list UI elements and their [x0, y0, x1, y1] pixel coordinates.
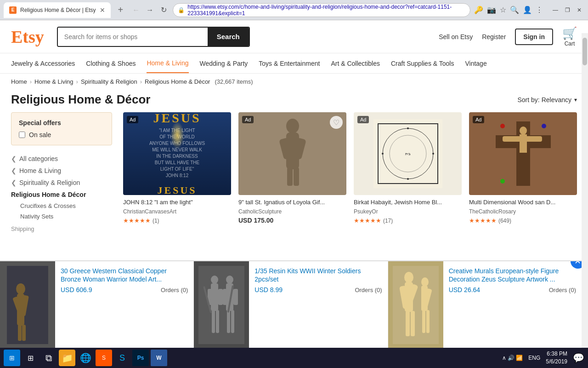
browser-tab[interactable]: E Religious Home & Décor | Etsy ✕: [4, 2, 111, 18]
breadcrumb-religious[interactable]: Religious Home & Décor: [145, 78, 210, 85]
register-link[interactable]: Register: [482, 33, 506, 40]
sidebar-home-living[interactable]: ❮ Home & Living: [11, 165, 112, 177]
cat-nav-clothing[interactable]: Clothing & Shoes: [86, 54, 136, 73]
lock-icon: 🔒: [178, 7, 185, 13]
cat-nav-vintage[interactable]: Vintage: [465, 54, 486, 73]
product-card-4[interactable]: Ad: [469, 112, 577, 224]
svg-rect-53: [411, 311, 415, 336]
special-offers-title: Special offers: [19, 119, 104, 126]
bottom-orders-1: Orders (0): [161, 287, 188, 293]
browser-actions: 🔑 📷 ☆ 🔍 👤 ⋮: [474, 6, 543, 14]
product-stars-1: ★★★★★ (1): [123, 217, 231, 224]
forward-button[interactable]: →: [144, 5, 155, 16]
sort-label: Sort by: Relevancy: [518, 96, 572, 104]
etsy-favicon: E: [9, 6, 17, 14]
tab-title: Religious Home & Décor | Etsy: [20, 7, 96, 13]
screenshot-icon[interactable]: 📷: [487, 6, 496, 14]
chevron-left-icon-3: ❮: [11, 179, 17, 186]
bottom-price-3: USD 26.64: [449, 286, 480, 293]
product-grid: Ad JESUS "I AM THE LIGHTOF THE WORLDANYO…: [123, 112, 577, 234]
search-input[interactable]: [58, 28, 208, 46]
taskbar-explorer-icon[interactable]: 📁: [59, 350, 75, 366]
on-sale-checkbox[interactable]: [19, 132, 25, 138]
sidebar-all-categories[interactable]: ❮ All categories: [11, 153, 112, 165]
breadcrumb-sep-2: ›: [76, 78, 78, 85]
key-icon[interactable]: 🔑: [474, 6, 483, 14]
new-tab-button[interactable]: +: [114, 3, 127, 17]
svg-rect-52: [406, 311, 410, 336]
profile-icon[interactable]: 👤: [523, 6, 532, 14]
close-button[interactable]: ✕: [574, 5, 584, 15]
menu-icon[interactable]: ⋮: [536, 6, 543, 14]
product-shop-3: PsukeyOr: [354, 208, 462, 215]
breadcrumb-homeliving[interactable]: Home & Living: [34, 78, 74, 85]
bottom-title-3[interactable]: Creative Murals European-style Figure De…: [449, 267, 576, 283]
product-title-1: JOHN 8:12 "I am the light": [123, 199, 231, 207]
bottom-price-row-1: USD 606.9 Orders (0): [61, 286, 188, 293]
product-title-3: Birkat Habayit, Jewish Home Bl...: [354, 199, 462, 207]
svg-rect-25: [7, 266, 48, 344]
notification-center-button[interactable]: 💬: [573, 352, 584, 363]
taskbar-ps-icon[interactable]: Ps: [132, 350, 149, 366]
product-shop-2: CatholicSculpture: [238, 208, 346, 215]
taskbar-word-icon[interactable]: W: [151, 350, 167, 366]
taskbar-skype-icon[interactable]: S: [114, 350, 130, 366]
browser-chrome: E Religious Home & Décor | Etsy ✕ + ← → …: [0, 0, 588, 20]
bottom-product-2: 1/35 Resin Kits WWII Winter Soldiers 2pc…: [194, 261, 388, 348]
maximize-button[interactable]: ❐: [562, 5, 572, 15]
svg-rect-30: [18, 325, 22, 341]
cat-nav-toys[interactable]: Toys & Entertainment: [259, 54, 320, 73]
breadcrumb-home[interactable]: Home: [11, 78, 27, 85]
cat-nav-homeliving[interactable]: Home & Living: [147, 54, 188, 73]
svg-rect-47: [393, 266, 439, 344]
svg-point-13: [382, 153, 384, 155]
nav-right: Sell on Etsy Register Sign in 🛒 Cart: [439, 26, 577, 47]
product-card-2[interactable]: Ad ♡ 9" tall St. Ignatius of Loyola Gif.…: [238, 112, 346, 224]
sign-in-button[interactable]: Sign in: [515, 29, 553, 45]
search-icon[interactable]: 🔍: [510, 6, 519, 14]
sidebar-religious-decor: Religious Home & Décor: [11, 189, 112, 201]
svg-point-11: [407, 127, 409, 129]
product-card-3[interactable]: Ad בית: [354, 112, 462, 224]
etsy-logo[interactable]: Etsy: [11, 27, 44, 47]
scrollbar[interactable]: [582, 33, 588, 348]
taskbar-search-icon[interactable]: ⊞: [22, 350, 39, 366]
cart-button[interactable]: 🛒 Cart: [562, 26, 577, 47]
tab-close-btn[interactable]: ✕: [100, 6, 105, 14]
cat-nav-craft[interactable]: Craft Supplies & Tools: [391, 54, 454, 73]
refresh-button[interactable]: ↻: [158, 5, 169, 16]
scrollbar-thumb[interactable]: [582, 38, 587, 65]
start-button[interactable]: ⊞: [4, 350, 20, 366]
svg-rect-37: [212, 310, 215, 333]
cat-nav-art[interactable]: Art & Collectibles: [331, 54, 380, 73]
sell-on-etsy-link[interactable]: Sell on Etsy: [439, 33, 473, 40]
taskbar: ⊞ ⊞ ⧉ 📁 🌐 S S Ps W ∧ 🔊 📶 ENG 6:38 PM 5/6…: [0, 348, 588, 368]
back-button[interactable]: ←: [130, 5, 141, 16]
cat-nav-wedding[interactable]: Wedding & Party: [200, 54, 248, 73]
svg-point-48: [404, 272, 413, 283]
bottom-title-2[interactable]: 1/35 Resin Kits WWII Winter Soldiers 2pc…: [254, 267, 382, 283]
jewish-svg: בית: [373, 119, 442, 188]
wishlist-button-2[interactable]: ♡: [330, 116, 343, 129]
minimize-button[interactable]: —: [550, 5, 560, 15]
breadcrumb-spirituality[interactable]: Spirituality & Religion: [81, 78, 137, 85]
taskbar-chrome-icon[interactable]: 🌐: [77, 350, 94, 366]
sidebar-spirituality[interactable]: ❮ Spirituality & Religion: [11, 177, 112, 189]
bottom-title-1[interactable]: 30 Greece Western Classical Copper Bronz…: [61, 267, 188, 283]
bottom-overlay: 30 Greece Western Classical Copper Bronz…: [0, 260, 582, 348]
products-row: Ad JESUS "I AM THE LIGHTOF THE WORLDANYO…: [123, 112, 577, 224]
cat-nav-jewelry[interactable]: Jewelry & Accessories: [11, 54, 75, 73]
sort-control[interactable]: Sort by: Relevancy ▾: [518, 96, 577, 104]
sidebar-crucifixes[interactable]: Crucifixes & Crosses: [11, 201, 112, 211]
zeus-svg: [393, 266, 439, 344]
taskbar-sublime-icon[interactable]: S: [96, 350, 112, 366]
taskbar-multitask-icon[interactable]: ⧉: [40, 350, 57, 366]
svg-rect-42: [223, 289, 227, 305]
ad-badge-2: Ad: [242, 116, 254, 123]
address-bar[interactable]: 🔒 https://www.etsy.com/c/home-and-living…: [173, 3, 470, 17]
sidebar-nativity[interactable]: Nativity Sets: [11, 211, 112, 222]
product-card-1[interactable]: Ad JESUS "I AM THE LIGHTOF THE WORLDANYO…: [123, 112, 231, 224]
bookmark-icon[interactable]: ☆: [500, 6, 506, 14]
search-button[interactable]: Search: [208, 28, 249, 46]
on-sale-label[interactable]: On sale: [29, 131, 51, 138]
